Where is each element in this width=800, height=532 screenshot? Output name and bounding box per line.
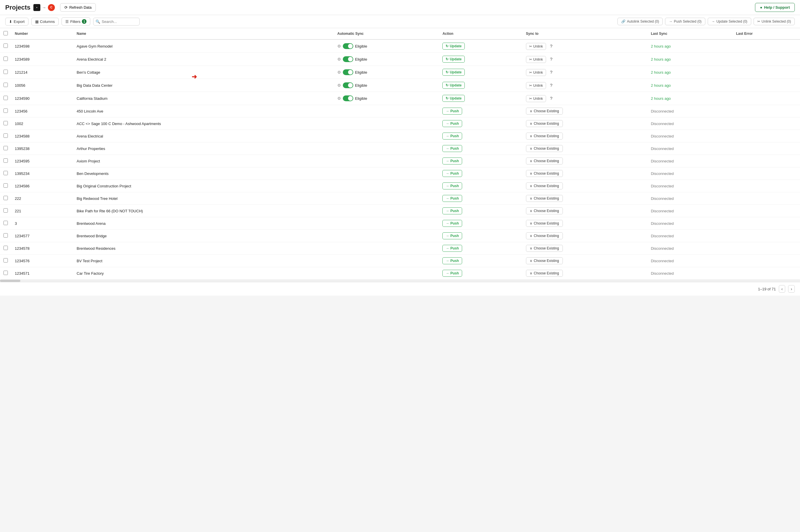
push-button[interactable]: → Push (442, 220, 462, 227)
choose-existing-button[interactable]: ∨ Choose Existing (526, 120, 563, 127)
push-button[interactable]: → Push (442, 257, 462, 264)
row-number: 1234589 (11, 53, 73, 66)
row-checkbox[interactable] (3, 221, 8, 225)
row-sync (334, 180, 439, 192)
row-checkbox[interactable] (3, 121, 8, 125)
refresh-button[interactable]: ⟳ Refresh Data (60, 3, 96, 12)
info-button[interactable]: ? (547, 55, 555, 63)
choose-existing-button[interactable]: ∨ Choose Existing (526, 207, 563, 214)
row-last-error (733, 155, 800, 167)
filters-button[interactable]: ☰ Filters 1 (61, 17, 90, 25)
row-checkbox[interactable] (3, 258, 8, 263)
unlink-button[interactable]: ✂ Unlink (526, 43, 546, 50)
next-page-button[interactable]: › (788, 285, 795, 293)
gear-icon[interactable]: ⚙ (337, 96, 341, 101)
sync-toggle[interactable] (343, 82, 353, 88)
row-checkbox[interactable] (3, 96, 8, 100)
unlink-button[interactable]: ✂ Unlink (526, 69, 546, 76)
info-button[interactable]: ? (547, 42, 555, 50)
push-button[interactable]: → Push (442, 145, 462, 152)
push-button[interactable]: → Push (442, 232, 462, 239)
gear-icon[interactable]: ⚙ (337, 83, 341, 88)
push-button[interactable]: → Push (442, 157, 462, 165)
update-button[interactable]: ↻ Update (442, 69, 465, 76)
row-sync-to: ∨ Choose Existing (522, 205, 647, 217)
row-checkbox[interactable] (3, 146, 8, 150)
push-button[interactable]: → Push (442, 207, 462, 214)
push-button[interactable]: → Push (442, 133, 462, 139)
unlink-button[interactable]: ✂ Unlink (526, 95, 546, 102)
row-checkbox[interactable] (3, 233, 8, 238)
update-selected-button[interactable]: → Update Selected (0) (708, 18, 751, 25)
push-button[interactable]: → Push (442, 120, 462, 127)
info-button[interactable]: ? (547, 81, 555, 89)
choose-existing-button[interactable]: ∨ Choose Existing (526, 232, 563, 239)
row-checkbox[interactable] (3, 271, 8, 275)
choose-existing-button[interactable]: ∨ Choose Existing (526, 108, 563, 115)
row-checkbox[interactable] (3, 171, 8, 175)
choose-existing-button[interactable]: ∨ Choose Existing (526, 183, 563, 189)
choose-existing-button[interactable]: ∨ Choose Existing (526, 145, 563, 152)
choose-existing-button[interactable]: ∨ Choose Existing (526, 245, 563, 252)
push-button[interactable]: → Push (442, 108, 462, 115)
unlink-button[interactable]: ✂ Unlink (526, 82, 546, 89)
horizontal-scrollbar[interactable] (0, 280, 800, 282)
info-button[interactable]: ? (547, 69, 555, 76)
update-button[interactable]: ↻ Update (442, 82, 465, 89)
row-checkbox[interactable] (3, 70, 8, 74)
sync-toggle[interactable] (343, 56, 353, 62)
push-button[interactable]: → Push (442, 245, 462, 252)
autolink-selected-button[interactable]: 🔗 Autolink Selected (0) (617, 18, 663, 25)
unlink-button[interactable]: ✂ Unlink (526, 56, 546, 63)
help-button[interactable]: ● Help / Support (755, 3, 795, 12)
search-input[interactable] (93, 18, 139, 25)
th-automatic-sync: Automatic Sync (334, 28, 439, 39)
choose-existing-button[interactable]: ∨ Choose Existing (526, 157, 563, 165)
push-button[interactable]: → Push (442, 183, 462, 189)
choose-existing-button[interactable]: ∨ Choose Existing (526, 270, 563, 277)
search-wrapper: 🔍 (93, 18, 139, 25)
push-button[interactable]: → Push (442, 270, 462, 277)
update-button[interactable]: ↻ Update (442, 95, 465, 102)
choose-existing-button[interactable]: ∨ Choose Existing (526, 133, 563, 139)
update-button[interactable]: ↻ Update (442, 56, 465, 63)
unlink-selected-button[interactable]: ✂ Unlink Selected (0) (754, 18, 795, 25)
push-selected-button[interactable]: → Push Selected (0) (665, 18, 705, 25)
sync-toggle[interactable] (343, 95, 353, 101)
push-button[interactable]: → Push (442, 195, 462, 202)
choose-existing-button[interactable]: ∨ Choose Existing (526, 170, 563, 177)
sync-toggle[interactable] (343, 69, 353, 75)
row-checkbox[interactable] (3, 43, 8, 48)
row-checkbox[interactable] (3, 208, 8, 213)
row-checkbox[interactable] (3, 83, 8, 87)
gear-icon[interactable]: ⚙ (337, 57, 341, 61)
choose-existing-button[interactable]: ∨ Choose Existing (526, 220, 563, 227)
choose-existing-button[interactable]: ∨ Choose Existing (526, 195, 563, 202)
unlink-icon: ✂ (529, 83, 532, 88)
sync-toggle[interactable] (343, 43, 353, 49)
row-checkbox[interactable] (3, 57, 8, 61)
info-button[interactable]: ? (547, 95, 555, 102)
row-checkbox[interactable] (3, 109, 8, 113)
row-checkbox[interactable] (3, 246, 8, 250)
choose-existing-button[interactable]: ∨ Choose Existing (526, 257, 563, 264)
row-checkbox[interactable] (3, 183, 8, 188)
row-name: Brentwood Residences (73, 242, 334, 255)
columns-button[interactable]: ▦ Columns (31, 18, 59, 25)
row-checkbox[interactable] (3, 196, 8, 200)
gear-icon[interactable]: ⚙ (337, 44, 341, 49)
chevron-down-icon: ∨ (530, 259, 532, 263)
prev-page-button[interactable]: ‹ (779, 285, 785, 293)
select-all-checkbox[interactable] (3, 31, 8, 35)
row-checkbox[interactable] (3, 158, 8, 163)
row-checkbox-cell (0, 66, 11, 79)
update-button[interactable]: ↻ Update (442, 43, 465, 50)
row-last-error (733, 267, 800, 280)
export-button[interactable]: ⬇ Export (5, 18, 29, 25)
table-row: 1234588Arena Electrical → Push ∨ Choose … (0, 130, 800, 142)
row-sync-to: ∨ Choose Existing (522, 142, 647, 155)
row-checkbox[interactable] (3, 133, 8, 138)
push-button[interactable]: → Push (442, 170, 462, 177)
gear-icon[interactable]: ⚙ (337, 70, 341, 75)
row-last-sync: 2 hours ago (647, 53, 732, 66)
